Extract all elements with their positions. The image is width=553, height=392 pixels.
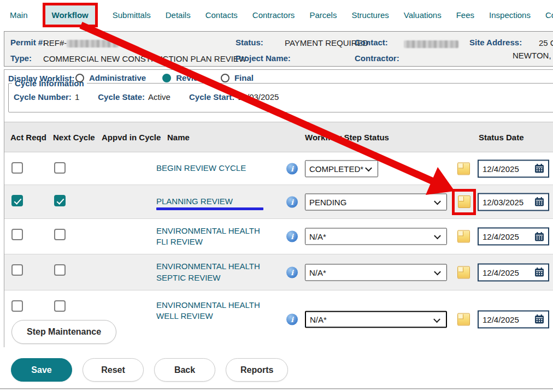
table-row: BEGIN REVIEW CYCLE i COMPLETED* 12/4/202… <box>4 152 553 185</box>
step-name: ENVIRONMENTAL HEALTH FLI REVIEW <box>156 225 269 248</box>
step-name: BEGIN REVIEW CYCLE <box>156 163 246 174</box>
next-cycle-checkbox[interactable] <box>54 264 66 276</box>
tab-workflow-annotation-box[interactable]: Workflow <box>43 3 98 27</box>
act-reqd-checkbox[interactable] <box>11 300 23 312</box>
cycle-fields: Cycle Number:1 Cycle State:Active Cycle … <box>14 92 553 102</box>
permit-number-label: Permit #: <box>10 38 45 47</box>
act-reqd-checkbox[interactable] <box>11 229 23 240</box>
tab-parcels[interactable]: Parcels <box>309 10 337 20</box>
cycle-information-legend: Cycle Information <box>12 79 87 88</box>
header-workflow-step-status: Workflow Step Status <box>305 133 389 142</box>
workflow-step-status-select[interactable]: COMPLETED* <box>305 160 378 177</box>
footer-button-bar: Save Reset Back Reports <box>0 347 553 389</box>
workflow-step-status-select[interactable]: PENDING <box>305 193 447 210</box>
note-icon[interactable] <box>457 230 470 243</box>
status-date-input[interactable]: 12/4/2025 <box>478 159 549 177</box>
note-icon[interactable] <box>457 313 470 325</box>
table-row: PLANNING REVIEW i PENDING 12/03/2025 <box>4 185 553 219</box>
back-button[interactable]: Back <box>154 358 215 382</box>
step-maintenance-button[interactable]: Step Maintenance <box>11 320 116 344</box>
status-select-value: PENDING <box>309 197 346 206</box>
type-value: COMMERCIAL NEW CONSTRUCTION PLAN REVIEW <box>43 54 246 63</box>
chevron-down-icon <box>434 198 441 205</box>
permit-info-bar: Permit #: REF#- Type: COMMERCIAL NEW CON… <box>4 31 553 67</box>
contractor-label: Contractor: <box>355 54 399 63</box>
step-name-cell: ENVIRONMENTAL HEALTH SEPTIC REVIEW <box>156 254 269 290</box>
site-address-label: Site Address: <box>469 38 522 47</box>
next-cycle-checkbox[interactable] <box>54 195 66 206</box>
note-icon[interactable] <box>457 162 470 175</box>
tab-inspections[interactable]: Inspections <box>489 10 531 20</box>
save-button[interactable]: Save <box>11 358 72 382</box>
step-name-link[interactable]: PLANNING REVIEW <box>156 196 233 207</box>
tab-contacts[interactable]: Contacts <box>205 10 238 20</box>
tab-conditio[interactable]: Conditio <box>545 10 553 20</box>
table-body: BEGIN REVIEW CYCLE i COMPLETED* 12/4/202… <box>4 152 553 348</box>
header-appvd-in-cycle: Appvd in Cycle <box>102 133 161 142</box>
cycle-state-value: Active <box>148 92 170 102</box>
calendar-icon[interactable] <box>534 231 544 241</box>
tab-bar: MainWorkflowSubmittalsDetailsContactsCon… <box>0 0 553 30</box>
tab-details[interactable]: Details <box>166 10 191 20</box>
note-icon-wrap <box>455 263 473 281</box>
status-date-value: 12/4/2025 <box>483 314 534 324</box>
act-reqd-checkbox[interactable] <box>11 264 23 276</box>
note-icon[interactable] <box>457 266 470 278</box>
header-act-reqd: Act Reqd <box>10 133 46 142</box>
table-row: ENVIRONMENTAL HEALTH SEPTIC REVIEW i N/A… <box>4 254 553 290</box>
tab-structures[interactable]: Structures <box>351 10 389 20</box>
status-date-input[interactable]: 12/4/2025 <box>478 263 549 281</box>
cycle-start-value: 12/03/2025 <box>238 92 279 102</box>
info-icon[interactable]: i <box>286 266 298 278</box>
workflow-step-status-select[interactable]: N/A* <box>305 228 447 245</box>
calendar-icon[interactable] <box>534 164 544 174</box>
step-name-cell: PLANNING REVIEW <box>156 185 269 218</box>
reset-button[interactable]: Reset <box>83 358 144 382</box>
tab-main[interactable]: Main <box>10 10 28 20</box>
site-address-line1: 25 GOVER <box>539 38 553 47</box>
cycle-information-fieldset: Cycle Information Cycle Number:1 Cycle S… <box>8 79 553 112</box>
act-reqd-checkbox[interactable] <box>11 195 23 206</box>
status-date-input[interactable]: 12/4/2025 <box>478 310 549 328</box>
calendar-icon[interactable] <box>534 268 544 277</box>
info-icon[interactable]: i <box>286 196 298 207</box>
workflow-page: MainWorkflowSubmittalsDetailsContactsCon… <box>0 0 553 392</box>
info-icon[interactable]: i <box>286 231 298 242</box>
calendar-icon[interactable] <box>534 314 544 324</box>
workflow-step-status-select[interactable]: N/A* <box>305 264 447 281</box>
type-label: Type: <box>10 54 32 63</box>
step-name: ENVIRONMENTAL HEALTH WELL REVIEW <box>156 300 269 322</box>
next-cycle-checkbox[interactable] <box>54 300 66 312</box>
site-address-line2: NEWTON, <box>513 51 551 60</box>
info-icon[interactable]: i <box>286 163 298 174</box>
worklist-panel: Display Worklist: Administrative Review … <box>4 69 553 347</box>
tab-fees[interactable]: Fees <box>456 10 474 20</box>
calendar-icon[interactable] <box>534 197 544 207</box>
contact-value <box>404 39 458 48</box>
note-icon-wrap <box>455 310 473 328</box>
step-name: ENVIRONMENTAL HEALTH SEPTIC REVIEW <box>156 261 269 283</box>
status-select-value: N/A* <box>310 314 327 324</box>
status-date-value: 12/03/2025 <box>483 197 534 206</box>
permit-number-value: REF#- <box>43 38 119 47</box>
info-icon[interactable]: i <box>286 313 298 325</box>
header-status-date: Status Date <box>479 133 524 142</box>
status-date-input[interactable]: 12/03/2025 <box>478 193 549 211</box>
workflow-step-status-select[interactable]: N/A* <box>305 311 447 328</box>
next-cycle-checkbox[interactable] <box>54 229 66 240</box>
annotation-blue-underline <box>156 207 263 210</box>
cycle-start-label: Cycle Start: <box>189 92 234 102</box>
status-date-value: 12/4/2025 <box>483 268 534 277</box>
next-cycle-checkbox[interactable] <box>54 162 66 174</box>
redacted-permit-number <box>67 40 119 47</box>
tab-contractors[interactable]: Contractors <box>252 10 295 20</box>
note-icon[interactable] <box>458 195 470 208</box>
status-date-input[interactable]: 12/4/2025 <box>478 228 549 246</box>
reports-button[interactable]: Reports <box>226 358 288 382</box>
tab-valuations[interactable]: Valuations <box>404 10 442 20</box>
step-name-cell: ENVIRONMENTAL HEALTH WELL REVIEW <box>156 290 269 348</box>
contact-label: Contact: <box>355 38 388 47</box>
status-select-value: COMPLETED* <box>309 164 363 173</box>
act-reqd-checkbox[interactable] <box>11 162 23 174</box>
tab-submittals[interactable]: Submittals <box>113 10 151 20</box>
